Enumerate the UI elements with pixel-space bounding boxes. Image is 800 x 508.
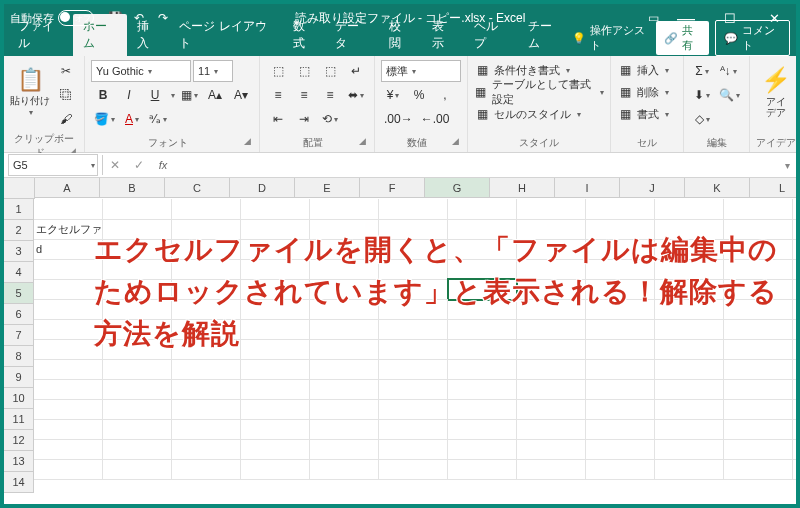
- cell-H13[interactable]: [517, 439, 586, 460]
- cell-E9[interactable]: [310, 359, 379, 380]
- cell-B2[interactable]: [103, 219, 172, 240]
- col-header-G[interactable]: G: [425, 178, 490, 198]
- cell-G6[interactable]: [448, 299, 517, 320]
- cell-C11[interactable]: [172, 399, 241, 420]
- row-header-12[interactable]: 12: [4, 430, 34, 451]
- cell-C9[interactable]: [172, 359, 241, 380]
- cell-D5[interactable]: [241, 279, 310, 300]
- font-color-icon[interactable]: A▾: [120, 108, 144, 130]
- cell-B5[interactable]: [103, 279, 172, 300]
- cell-I3[interactable]: [586, 239, 655, 260]
- decrease-font-icon[interactable]: A▾: [229, 84, 253, 106]
- tell-me[interactable]: 💡 操作アシスト: [572, 23, 650, 53]
- tab-team[interactable]: チーム: [518, 14, 572, 56]
- cell-B4[interactable]: [103, 259, 172, 280]
- italic-button[interactable]: I: [117, 84, 141, 106]
- cell-H4[interactable]: [517, 259, 586, 280]
- cell-G10[interactable]: [448, 379, 517, 400]
- cell-K7[interactable]: [724, 319, 793, 340]
- cell-I5[interactable]: [586, 279, 655, 300]
- col-header-A[interactable]: A: [35, 178, 100, 198]
- fx-icon[interactable]: fx: [151, 159, 175, 171]
- cell-C12[interactable]: [172, 419, 241, 440]
- cell-B1[interactable]: [103, 199, 172, 220]
- copy-icon[interactable]: ⿻: [54, 84, 78, 106]
- cell-L7[interactable]: [793, 319, 796, 340]
- cell-J2[interactable]: [655, 219, 724, 240]
- cell-H12[interactable]: [517, 419, 586, 440]
- enter-icon[interactable]: ✓: [127, 158, 151, 172]
- cell-K6[interactable]: [724, 299, 793, 320]
- format-cells-button[interactable]: ▦書式▾: [617, 104, 677, 124]
- cell-E10[interactable]: [310, 379, 379, 400]
- row-header-4[interactable]: 4: [4, 262, 34, 283]
- cell-L11[interactable]: [793, 399, 796, 420]
- cell-H6[interactable]: [517, 299, 586, 320]
- tab-data[interactable]: データ: [325, 14, 379, 56]
- cell-C2[interactable]: [172, 219, 241, 240]
- format-painter-icon[interactable]: 🖌: [54, 108, 78, 130]
- expand-formula-icon[interactable]: ▾: [778, 160, 796, 171]
- comma-icon[interactable]: ,: [433, 84, 457, 106]
- increase-decimal-icon[interactable]: .00→: [381, 108, 416, 130]
- increase-font-icon[interactable]: A▴: [203, 84, 227, 106]
- cell-F1[interactable]: [379, 199, 448, 220]
- dialog-launcher-icon[interactable]: ◢: [359, 136, 366, 146]
- cell-I12[interactable]: [586, 419, 655, 440]
- cell-E3[interactable]: [310, 239, 379, 260]
- cell-K3[interactable]: [724, 239, 793, 260]
- cell-G9[interactable]: [448, 359, 517, 380]
- cell-C4[interactable]: [172, 259, 241, 280]
- cell-D8[interactable]: [241, 339, 310, 360]
- cell-A10[interactable]: [34, 379, 103, 400]
- cancel-icon[interactable]: ✕: [103, 158, 127, 172]
- row-header-8[interactable]: 8: [4, 346, 34, 367]
- tab-pagelayout[interactable]: ページ レイアウト: [169, 14, 282, 56]
- cell-F4[interactable]: [379, 259, 448, 280]
- wrap-text-icon[interactable]: ↵: [344, 60, 368, 82]
- cell-D10[interactable]: [241, 379, 310, 400]
- col-header-H[interactable]: H: [490, 178, 555, 198]
- cell-B3[interactable]: [103, 239, 172, 260]
- increase-indent-icon[interactable]: ⇥: [292, 108, 316, 130]
- clear-icon[interactable]: ◇▾: [690, 108, 714, 130]
- col-header-J[interactable]: J: [620, 178, 685, 198]
- cell-F5[interactable]: [379, 279, 448, 300]
- decrease-decimal-icon[interactable]: ←.00: [418, 108, 453, 130]
- cell-L4[interactable]: [793, 259, 796, 280]
- find-select-icon[interactable]: 🔍▾: [716, 84, 743, 106]
- col-header-E[interactable]: E: [295, 178, 360, 198]
- col-header-F[interactable]: F: [360, 178, 425, 198]
- cell-F3[interactable]: [379, 239, 448, 260]
- cell-C6[interactable]: [172, 299, 241, 320]
- sort-filter-icon[interactable]: ᴬ↓▾: [716, 60, 740, 82]
- cell-styles-button[interactable]: ▦セルのスタイル▾: [474, 104, 604, 124]
- cut-icon[interactable]: ✂: [54, 60, 78, 82]
- row-header-10[interactable]: 10: [4, 388, 34, 409]
- col-header-B[interactable]: B: [100, 178, 165, 198]
- comment-button[interactable]: 💬 コメント: [715, 20, 790, 56]
- dialog-launcher-icon[interactable]: ◢: [452, 136, 459, 146]
- cell-D6[interactable]: [241, 299, 310, 320]
- cell-G11[interactable]: [448, 399, 517, 420]
- cell-C3[interactable]: [172, 239, 241, 260]
- cell-A6[interactable]: [34, 299, 103, 320]
- insert-cells-button[interactable]: ▦挿入▾: [617, 60, 677, 80]
- row-header-1[interactable]: 1: [4, 199, 34, 220]
- align-left-icon[interactable]: ≡: [266, 84, 290, 106]
- cell-I6[interactable]: [586, 299, 655, 320]
- cell-D1[interactable]: [241, 199, 310, 220]
- cell-F12[interactable]: [379, 419, 448, 440]
- cell-E12[interactable]: [310, 419, 379, 440]
- cell-E11[interactable]: [310, 399, 379, 420]
- cell-D7[interactable]: [241, 319, 310, 340]
- ideas-button[interactable]: ⚡ アイ デア: [756, 60, 796, 124]
- cell-C10[interactable]: [172, 379, 241, 400]
- cell-E14[interactable]: [310, 459, 379, 480]
- cell-F9[interactable]: [379, 359, 448, 380]
- cell-K8[interactable]: [724, 339, 793, 360]
- cell-J6[interactable]: [655, 299, 724, 320]
- cell-L14[interactable]: [793, 459, 796, 480]
- row-header-3[interactable]: 3: [4, 241, 34, 262]
- cell-E6[interactable]: [310, 299, 379, 320]
